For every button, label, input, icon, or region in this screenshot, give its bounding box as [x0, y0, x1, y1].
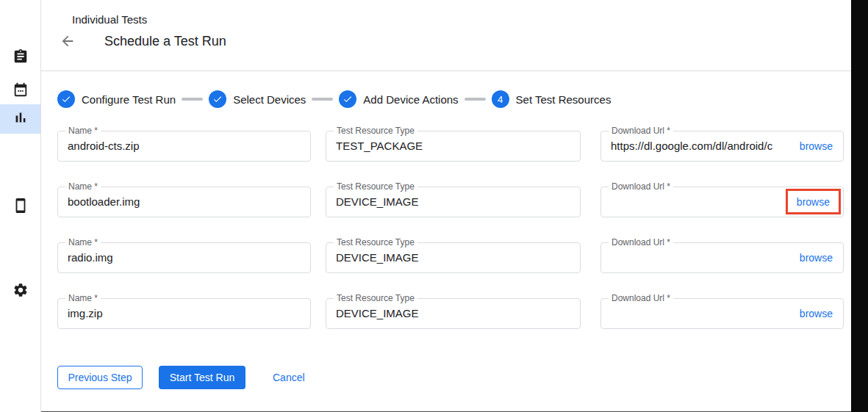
- download-url-field[interactable]: Download Url * browse: [600, 242, 844, 273]
- download-url-label: Download Url *: [609, 126, 673, 136]
- download-url-value[interactable]: [601, 243, 789, 272]
- step-number-badge: 4: [492, 90, 509, 108]
- download-url-value[interactable]: https://dl.google.com/dl/android/c: [601, 131, 789, 161]
- resource-row: Name * bootloader.img Test Resource Type…: [57, 187, 851, 217]
- step-label: Add Device Actions: [363, 93, 458, 106]
- settings-gear-icon: [12, 282, 29, 301]
- resource-type-label: Test Resource Type: [334, 126, 417, 136]
- previous-step-button[interactable]: Previous Step: [57, 366, 143, 389]
- name-field[interactable]: Name * radio.img: [57, 242, 311, 273]
- window-edge-strip: [851, 0, 868, 412]
- step-set-test-resources[interactable]: 4 Set Test Resources: [492, 90, 611, 108]
- sidebar-item-settings[interactable]: [0, 277, 40, 306]
- download-url-field[interactable]: Download Url * https://dl.google.com/dl/…: [600, 131, 844, 162]
- tests-clipboard-icon: [12, 48, 29, 68]
- step-complete-check-icon: [339, 90, 356, 108]
- cancel-button[interactable]: Cancel: [273, 366, 305, 389]
- download-url-label: Download Url *: [609, 237, 673, 247]
- name-field-label: Name *: [65, 181, 101, 192]
- resource-type-label: Test Resource Type: [334, 181, 417, 192]
- browse-link[interactable]: browse: [800, 140, 833, 152]
- test-results-bar-chart-icon: [12, 109, 29, 129]
- sidebar-item-plans[interactable]: [0, 76, 40, 106]
- resource-type-value[interactable]: DEVICE_IMAGE: [326, 187, 580, 217]
- name-field-label: Name *: [65, 126, 101, 136]
- step-label: Select Devices: [233, 93, 306, 106]
- devices-phone-icon: [12, 198, 29, 217]
- resource-type-field[interactable]: Test Resource Type TEST_PACKAGE: [326, 131, 581, 162]
- start-test-run-button[interactable]: Start Test Run: [159, 366, 245, 389]
- name-field-value[interactable]: img.zip: [58, 299, 310, 328]
- step-connector: [182, 98, 203, 101]
- sidebar: [0, 0, 41, 412]
- page-header: Individual Tests Schedule a Test Run: [41, 0, 851, 71]
- step-select-devices[interactable]: Select Devices: [209, 90, 306, 108]
- step-connector: [465, 98, 486, 101]
- stepper: Configure Test Run Select Devices Add De…: [57, 90, 851, 108]
- step-complete-check-icon: [57, 90, 75, 108]
- resource-type-label: Test Resource Type: [334, 237, 417, 247]
- sidebar-item-tests[interactable]: [0, 43, 40, 73]
- step-add-device-actions[interactable]: Add Device Actions: [339, 90, 458, 108]
- resource-type-value[interactable]: TEST_PACKAGE: [326, 131, 580, 161]
- resource-type-label: Test Resource Type: [334, 293, 417, 303]
- sidebar-item-devices[interactable]: [0, 192, 40, 222]
- test-resources-form: Name * android-cts.zip Test Resource Typ…: [57, 131, 851, 329]
- name-field-value[interactable]: bootloader.img: [58, 187, 310, 217]
- browse-wrap: browse: [789, 131, 843, 161]
- step-connector: [312, 98, 333, 101]
- browse-wrap: browse: [789, 243, 843, 272]
- step-label: Configure Test Run: [82, 93, 176, 106]
- resource-row: Name * android-cts.zip Test Resource Typ…: [57, 131, 851, 162]
- browse-link[interactable]: browse: [797, 196, 830, 208]
- main-content: Individual Tests Schedule a Test Run Con…: [41, 0, 851, 412]
- step-label: Set Test Resources: [516, 93, 611, 106]
- browse-link[interactable]: browse: [800, 308, 833, 319]
- resource-type-field[interactable]: Test Resource Type DEVICE_IMAGE: [326, 187, 581, 217]
- back-arrow-icon[interactable]: [59, 32, 76, 50]
- browse-wrap: browse: [789, 299, 843, 328]
- name-field[interactable]: Name * bootloader.img: [57, 187, 311, 217]
- name-field-value[interactable]: radio.img: [58, 243, 310, 272]
- browse-link[interactable]: browse: [800, 252, 833, 264]
- name-field[interactable]: Name * img.zip: [57, 298, 311, 329]
- browse-highlight-box: browse: [786, 189, 841, 214]
- resource-type-field[interactable]: Test Resource Type DEVICE_IMAGE: [326, 242, 581, 273]
- resource-type-value[interactable]: DEVICE_IMAGE: [326, 243, 580, 272]
- name-field-label: Name *: [65, 293, 101, 303]
- breadcrumb: Individual Tests: [72, 13, 147, 26]
- name-field-label: Name *: [65, 237, 101, 247]
- resource-type-field[interactable]: Test Resource Type DEVICE_IMAGE: [326, 298, 581, 329]
- form-actions: Previous Step Start Test Run Cancel: [57, 366, 851, 389]
- sidebar-item-results[interactable]: [0, 104, 40, 134]
- name-field-value[interactable]: android-cts.zip: [58, 131, 310, 161]
- app-window: Individual Tests Schedule a Test Run Con…: [0, 0, 868, 412]
- download-url-label: Download Url *: [609, 293, 673, 303]
- download-url-field[interactable]: Download Url * browse: [600, 187, 844, 217]
- step-configure-test-run[interactable]: Configure Test Run: [57, 90, 176, 108]
- download-url-value[interactable]: [601, 299, 789, 328]
- download-url-field[interactable]: Download Url * browse: [600, 298, 844, 329]
- resource-type-value[interactable]: DEVICE_IMAGE: [326, 299, 580, 328]
- test-plans-calendar-icon: [12, 82, 29, 101]
- download-url-label: Download Url *: [609, 181, 673, 192]
- resource-row: Name * radio.img Test Resource Type DEVI…: [57, 242, 851, 273]
- step-complete-check-icon: [209, 90, 226, 108]
- resource-row: Name * img.zip Test Resource Type DEVICE…: [57, 298, 851, 329]
- page-title: Schedule a Test Run: [104, 34, 226, 49]
- name-field[interactable]: Name * android-cts.zip: [57, 131, 311, 162]
